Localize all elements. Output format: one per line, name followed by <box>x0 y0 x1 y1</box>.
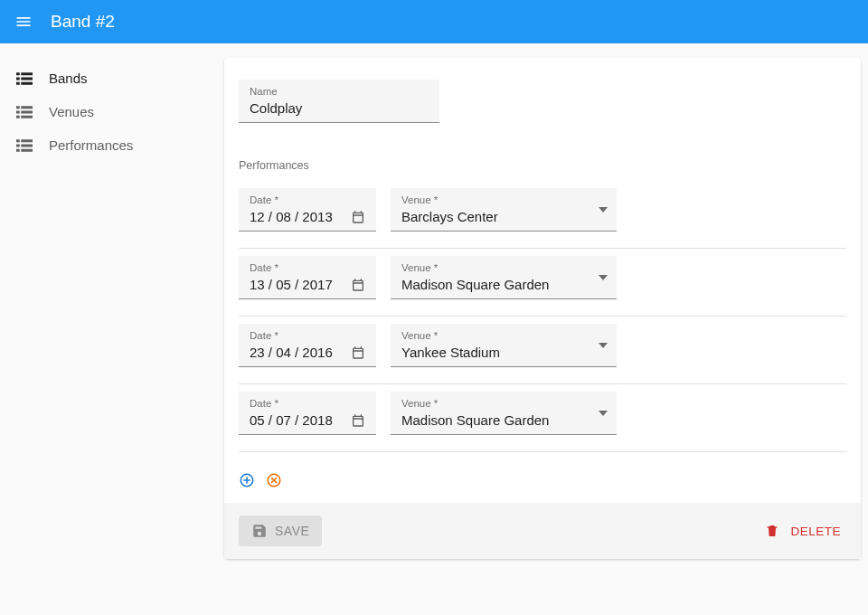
date-label: Date * <box>250 398 365 411</box>
venue-label: Venue * <box>401 194 606 207</box>
venue-label: Venue * <box>401 262 606 275</box>
svg-rect-1 <box>21 72 33 75</box>
remove-performance-button[interactable] <box>266 472 282 488</box>
list-icon <box>16 139 33 152</box>
svg-rect-9 <box>21 110 33 113</box>
performance-row: Date * 23 / 04 / 2016 Venue * Yankee Sta… <box>239 317 846 384</box>
chevron-down-icon <box>599 343 608 348</box>
date-input[interactable]: Date * 13 / 05 / 2017 <box>239 256 376 299</box>
app-bar: Band #2 <box>0 0 868 43</box>
sidebar-item-label: Performances <box>49 137 133 153</box>
svg-rect-5 <box>21 81 33 84</box>
trash-icon <box>765 524 779 538</box>
venue-select[interactable]: Venue * Madison Square Garden <box>391 392 617 435</box>
svg-rect-7 <box>21 106 33 109</box>
save-label: SAVE <box>275 524 309 538</box>
performance-row: Date * 12 / 08 / 2013 Venue * Barclays C… <box>239 181 846 249</box>
svg-rect-12 <box>16 139 20 142</box>
sidebar-item-label: Venues <box>49 104 94 119</box>
plus-circle-icon <box>239 472 255 488</box>
name-input[interactable]: Name Coldplay <box>239 80 439 123</box>
x-circle-icon <box>266 472 282 488</box>
performances-section-label: Performances <box>239 159 846 172</box>
venue-select[interactable]: Venue * Yankee Stadium <box>391 324 617 367</box>
sidebar: Bands Venues Performances <box>0 43 224 615</box>
date-input[interactable]: Date * 12 / 08 / 2013 <box>239 188 376 232</box>
venue-value: Madison Square Garden <box>401 412 606 429</box>
save-button[interactable]: SAVE <box>239 516 322 546</box>
svg-rect-3 <box>21 77 33 80</box>
calendar-icon[interactable] <box>351 345 365 360</box>
add-performance-button[interactable] <box>239 472 255 488</box>
date-input[interactable]: Date * 23 / 04 / 2016 <box>239 324 376 367</box>
performance-row: Date * 05 / 07 / 2018 Venue * Madison Sq… <box>239 384 846 452</box>
venue-select[interactable]: Venue * Madison Square Garden <box>391 256 617 299</box>
name-value: Coldplay <box>250 100 429 117</box>
date-label: Date * <box>250 330 365 343</box>
date-input[interactable]: Date * 05 / 07 / 2018 <box>239 392 376 435</box>
list-icon <box>16 106 33 118</box>
calendar-icon[interactable] <box>351 278 365 292</box>
venue-value: Yankee Stadium <box>401 345 606 361</box>
delete-label: DELETE <box>790 525 841 538</box>
hamburger-menu-button[interactable] <box>14 13 33 31</box>
svg-rect-16 <box>16 148 20 151</box>
venue-label: Venue * <box>401 398 606 411</box>
date-label: Date * <box>250 194 365 207</box>
date-value: 12 / 08 / 2013 <box>250 209 333 225</box>
page-title: Band #2 <box>51 12 115 32</box>
venue-label: Venue * <box>401 330 606 343</box>
calendar-icon[interactable] <box>351 210 365 224</box>
svg-rect-15 <box>21 144 33 147</box>
date-value: 13 / 05 / 2017 <box>250 277 333 293</box>
form-footer: SAVE DELETE <box>224 503 861 559</box>
svg-rect-8 <box>16 110 20 113</box>
hamburger-icon <box>14 13 33 31</box>
sidebar-item-bands[interactable]: Bands <box>0 62 224 95</box>
svg-rect-17 <box>21 148 33 151</box>
svg-rect-11 <box>21 115 33 118</box>
chevron-down-icon <box>599 207 608 213</box>
delete-button[interactable]: DELETE <box>760 523 846 539</box>
calendar-icon[interactable] <box>351 413 365 428</box>
date-label: Date * <box>250 262 365 275</box>
list-icon <box>16 72 33 85</box>
sidebar-item-label: Bands <box>49 71 88 86</box>
sidebar-item-performances[interactable]: Performances <box>0 128 224 162</box>
svg-rect-0 <box>16 72 20 75</box>
venue-value: Barclays Center <box>401 209 606 225</box>
performance-row: Date * 13 / 05 / 2017 Venue * Madison Sq… <box>239 249 846 317</box>
save-icon <box>251 523 268 539</box>
sidebar-item-venues[interactable]: Venues <box>0 95 224 128</box>
svg-rect-10 <box>16 115 20 118</box>
svg-rect-13 <box>21 139 33 142</box>
chevron-down-icon <box>599 275 608 280</box>
svg-rect-2 <box>16 77 20 80</box>
svg-rect-14 <box>16 144 20 147</box>
venue-select[interactable]: Venue * Barclays Center <box>391 188 617 232</box>
chevron-down-icon <box>599 411 608 416</box>
name-label: Name <box>250 86 429 99</box>
date-value: 05 / 07 / 2018 <box>250 412 333 429</box>
svg-rect-6 <box>16 106 20 109</box>
band-form-card: Name Coldplay Performances Date * 12 / 0… <box>224 58 861 559</box>
venue-value: Madison Square Garden <box>401 277 606 293</box>
svg-rect-4 <box>16 81 20 84</box>
date-value: 23 / 04 / 2016 <box>250 345 333 361</box>
